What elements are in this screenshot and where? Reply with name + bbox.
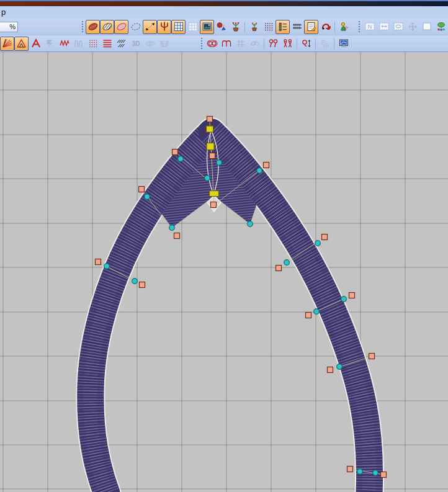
satin-lines-button[interactable] bbox=[100, 37, 114, 51]
lettering-a-button[interactable] bbox=[29, 37, 43, 51]
selected-node-square[interactable] bbox=[207, 143, 214, 150]
toolbar-main: % bbox=[0, 19, 448, 35]
petal-outline-button[interactable] bbox=[114, 20, 128, 34]
three-d-icon: 3D bbox=[130, 38, 141, 49]
color-object-list-button[interactable] bbox=[434, 20, 448, 34]
fancy-fill-button[interactable] bbox=[114, 37, 128, 51]
fit-window-button[interactable]: N bbox=[362, 20, 377, 34]
pan-button[interactable] bbox=[405, 20, 419, 34]
stitch-list-button[interactable] bbox=[290, 20, 304, 34]
hatch-fill-button[interactable] bbox=[100, 20, 114, 34]
dot-matrix-button[interactable] bbox=[261, 20, 276, 34]
grid-faded-icon bbox=[187, 21, 199, 32]
show-objects-button[interactable] bbox=[214, 20, 228, 34]
menu-bar: p bbox=[0, 6, 448, 19]
reshape-node-square[interactable] bbox=[381, 472, 387, 478]
digitize-person-button[interactable] bbox=[337, 20, 351, 34]
loop-vertical-button[interactable] bbox=[299, 37, 313, 51]
reshape-node-square[interactable] bbox=[207, 117, 213, 122]
zoom-object-button[interactable] bbox=[391, 20, 405, 34]
reshape-node-circle[interactable] bbox=[257, 168, 262, 174]
reshape-node-square[interactable] bbox=[328, 367, 333, 373]
reshape-node-square[interactable] bbox=[174, 233, 180, 239]
reshape-node-square[interactable] bbox=[349, 293, 355, 298]
toolbar-grip[interactable] bbox=[359, 21, 360, 32]
selected-node-square[interactable] bbox=[207, 126, 213, 132]
petal-fill-button[interactable] bbox=[86, 20, 100, 34]
reshape-node-square[interactable] bbox=[322, 235, 328, 240]
curved-fill-button[interactable] bbox=[318, 37, 332, 51]
reshape-node-circle[interactable] bbox=[315, 241, 321, 246]
reshape-node-circle[interactable] bbox=[104, 264, 110, 269]
reshape-node-circle[interactable] bbox=[169, 225, 175, 231]
double-run-button[interactable] bbox=[205, 37, 219, 51]
reshape-node-square[interactable] bbox=[139, 187, 145, 192]
zigzag-stitch-button[interactable] bbox=[57, 37, 71, 51]
show-picture-button[interactable] bbox=[200, 20, 214, 34]
object-properties-button[interactable] bbox=[304, 20, 318, 34]
mesh-fill-button[interactable] bbox=[143, 37, 157, 51]
reshape-node-square[interactable] bbox=[172, 150, 178, 155]
screen-preview-button[interactable] bbox=[336, 37, 351, 51]
reshape-node-circle[interactable] bbox=[132, 279, 138, 284]
reshape-node-circle[interactable] bbox=[217, 160, 222, 166]
reshape-node-square[interactable] bbox=[140, 282, 145, 288]
plant-design-button[interactable] bbox=[228, 20, 243, 34]
motif-fill-button[interactable] bbox=[86, 37, 100, 51]
chain-links-button[interactable] bbox=[248, 37, 262, 51]
reshape-node-square[interactable] bbox=[264, 163, 269, 168]
reshape-node-square[interactable] bbox=[347, 467, 353, 472]
color-film-icon bbox=[277, 21, 289, 32]
loop-cross-icon bbox=[282, 38, 293, 49]
plant-design-icon bbox=[230, 21, 241, 32]
reshape-node-square[interactable] bbox=[306, 313, 311, 318]
reshape-node-circle[interactable] bbox=[284, 260, 290, 266]
thread-swirl-button[interactable] bbox=[318, 20, 333, 34]
design-canvas[interactable] bbox=[0, 52, 448, 492]
zoom-width-button[interactable] bbox=[377, 20, 391, 34]
skew-stitch-button[interactable] bbox=[43, 37, 57, 51]
reshape-node-square[interactable] bbox=[211, 202, 217, 208]
reshape-node-square[interactable] bbox=[96, 259, 101, 265]
reshape-node-circle[interactable] bbox=[357, 469, 363, 475]
reshape-node-circle[interactable] bbox=[205, 176, 210, 181]
branching-button[interactable] bbox=[157, 20, 171, 34]
toolbar-separator bbox=[334, 38, 334, 49]
selected-node-square[interactable] bbox=[210, 191, 219, 197]
reshape-node-circle[interactable] bbox=[373, 470, 379, 476]
toolbar-grip[interactable] bbox=[201, 38, 202, 49]
stitch-angles-button[interactable] bbox=[0, 37, 14, 51]
reshape-node-circle[interactable] bbox=[337, 364, 343, 370]
blank-view-button[interactable] bbox=[419, 20, 434, 34]
basket-weave-icon bbox=[159, 38, 170, 49]
column-stitch-button[interactable] bbox=[71, 37, 86, 51]
reshape-node-circle[interactable] bbox=[314, 309, 320, 315]
reshape-node-circle[interactable] bbox=[341, 297, 347, 302]
reshape-nodes-button[interactable] bbox=[143, 20, 157, 34]
color-film-button[interactable] bbox=[276, 20, 290, 34]
three-d-button[interactable]: 3D bbox=[128, 37, 143, 51]
fan-stitch-button[interactable] bbox=[14, 37, 29, 51]
reshape-node-circle[interactable] bbox=[248, 221, 253, 227]
reshape-node-circle[interactable] bbox=[145, 194, 150, 200]
reshape-node-square[interactable] bbox=[276, 266, 282, 271]
basket-weave-button[interactable] bbox=[157, 37, 171, 51]
loop-run-button[interactable] bbox=[266, 37, 280, 51]
reshape-node-square[interactable] bbox=[210, 153, 215, 159]
toolbar-separator bbox=[244, 22, 245, 32]
loop-cross-button[interactable] bbox=[280, 37, 295, 51]
column-loops-button[interactable] bbox=[219, 37, 233, 51]
dashed-outline-button[interactable] bbox=[128, 20, 143, 34]
grid-faded-button[interactable] bbox=[186, 20, 200, 34]
mesh-fill-icon bbox=[145, 38, 156, 49]
reshape-node-circle[interactable] bbox=[178, 156, 184, 162]
satin-border-object[interactable] bbox=[91, 125, 370, 492]
grid-on-button[interactable] bbox=[171, 20, 186, 34]
weave-fill-button[interactable] bbox=[233, 37, 248, 51]
digitize-person-icon bbox=[339, 21, 350, 32]
toolbar-grip[interactable] bbox=[82, 21, 83, 32]
plant-design-2-button[interactable] bbox=[247, 20, 261, 34]
reshape-node-square[interactable] bbox=[369, 354, 375, 359]
menu-item-help-fragment[interactable]: p bbox=[0, 6, 6, 19]
zoom-percent-field[interactable]: % bbox=[0, 22, 18, 32]
